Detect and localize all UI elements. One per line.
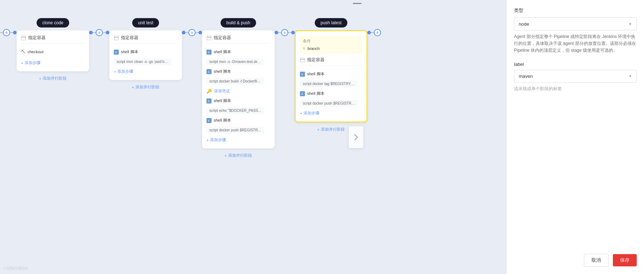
step-script-2: script mvn clean -o -gs 'pwd'/con... <box>114 58 172 65</box>
conn-line-4 <box>196 32 198 33</box>
conn-dot-2b <box>198 31 202 34</box>
shell-icon-4b: $ <box>300 91 305 96</box>
step-credential[interactable]: 🔑 添加凭证 <box>206 86 270 96</box>
checkout-icon: ⛏ <box>21 49 25 54</box>
conn-line-2 <box>103 32 106 33</box>
shell-label-3c: shell 脚本 <box>214 98 231 104</box>
stage-card-4[interactable]: 条件 ⑂ branch 指定容器 $ shell 脚本 <box>295 30 367 122</box>
stage-card-1[interactable]: 指定容器 ⛏ checkout + 添加步骤 <box>17 30 89 71</box>
label-value: maven <box>519 73 533 79</box>
add-stage-btn-3[interactable]: + <box>281 29 288 36</box>
key-icon: 🔑 <box>206 89 212 94</box>
shell-icon-3d: $ <box>206 118 212 123</box>
svg-text:$: $ <box>208 100 209 102</box>
shell-icon-3c: $ <box>206 98 212 104</box>
add-step-btn-3[interactable]: + 添加步骤 <box>206 136 270 144</box>
step-checkout[interactable]: ⛏ checkout <box>21 47 85 56</box>
container-label-3: 指定容器 <box>214 35 231 41</box>
step-shell-3b[interactable]: $ shell 脚本 <box>206 67 270 76</box>
branch-icon: ⑂ <box>303 46 305 51</box>
step-shell-4b[interactable]: $ shell 脚本 <box>300 89 362 98</box>
svg-text:$: $ <box>115 51 117 54</box>
svg-text:$: $ <box>208 119 209 122</box>
label-title: label <box>514 62 637 67</box>
watermark: CSDNITHESIS <box>4 266 28 270</box>
step-script-3a: script mvn -o -Dmaven.test.skip=t... <box>206 58 264 65</box>
container-icon-2 <box>114 35 119 41</box>
connector-line <box>0 32 3 33</box>
svg-text:$: $ <box>301 93 303 95</box>
container-header-4: 指定容器 <box>300 57 362 66</box>
shell-label-3a: shell 脚本 <box>214 49 231 55</box>
conn-dot-3a <box>275 31 278 34</box>
add-step-btn-1[interactable]: + 添加步骤 <box>21 59 85 67</box>
right-panel: 类型 node ▼ Agent 部分指定整个 Pipeline 或特定阶段将在 … <box>506 0 644 274</box>
label-hint: 流水线或单个阶段的标签 <box>514 86 637 92</box>
step-shell-3c[interactable]: $ shell 脚本 <box>206 96 270 106</box>
shell-label-4b: shell 脚本 <box>307 91 325 96</box>
conn-dot-1a <box>89 31 93 34</box>
stage-card-2[interactable]: 指定容器 $ shell 脚本 script mvn clean -o -gs … <box>109 30 182 80</box>
type-dropdown-arrow: ▼ <box>628 22 632 26</box>
stage-label-3[interactable]: build & push <box>221 18 256 28</box>
conn-line-7 <box>371 32 374 33</box>
add-stage-btn-1[interactable]: + <box>96 29 103 36</box>
add-parallel-btn-4[interactable]: + 添加并行阶段 <box>317 125 345 134</box>
step-script-3c: script echo "$DOCKER_PASS... <box>206 107 264 114</box>
add-stage-btn-4[interactable]: + <box>374 29 381 36</box>
conn-line <box>93 32 96 33</box>
type-section: 类型 node ▼ Agent 部分指定整个 Pipeline 或特定阶段将在 … <box>514 7 637 54</box>
add-stage-btn-2[interactable]: + <box>188 29 196 36</box>
label-dropdown-arrow: ▼ <box>628 74 632 78</box>
svg-text:$: $ <box>208 71 209 73</box>
type-select[interactable]: node ▼ <box>514 17 637 30</box>
container-label-4: 指定容器 <box>307 57 325 63</box>
step-shell-3a[interactable]: $ shell 脚本 <box>206 47 270 57</box>
bottom-actions: 取消 保存 <box>584 254 637 267</box>
conn-dot-4a <box>367 31 371 34</box>
step-script-4a: script docker tag $REGISTRY/$D... <box>300 80 358 87</box>
label-select[interactable]: maven ▼ <box>514 70 637 83</box>
step-shell-3d[interactable]: $ shell 脚本 <box>206 115 270 125</box>
conn-line-3 <box>185 32 188 33</box>
step-script-3d: script docker push $REGISTR... <box>206 127 264 134</box>
shell-label-3d: shell 脚本 <box>214 118 231 123</box>
type-description: Agent 部分指定整个 Pipeline 或特定阶段将在 Jenkins 环境… <box>514 33 637 54</box>
step-shell-4a[interactable]: $ shell 脚本 <box>300 69 362 79</box>
branch-label: branch <box>308 46 320 51</box>
add-parallel-btn-2[interactable]: + 添加并行阶段 <box>132 83 159 91</box>
shell-icon-2: $ <box>114 50 119 55</box>
stage-label-4[interactable]: push latest <box>315 18 347 28</box>
shell-label-2: shell 脚本 <box>121 49 138 55</box>
stage-label-2[interactable]: unit test <box>132 18 159 28</box>
add-step-btn-2[interactable]: + 添加步骤 <box>114 67 177 76</box>
connector-line <box>10 32 13 33</box>
add-stage-btn-0[interactable]: + <box>3 29 10 36</box>
stage-unit-test: unit test 指定容器 $ shell 脚本 script mvn cle… <box>109 18 182 91</box>
condition-item-branch[interactable]: ⑂ branch <box>303 46 359 51</box>
conn-dot-2a <box>182 31 185 34</box>
container-icon-4 <box>300 58 305 63</box>
checkout-label: checkout <box>28 50 43 54</box>
save-button[interactable]: 保存 <box>613 254 637 266</box>
shell-icon-3b: $ <box>206 69 212 74</box>
container-label-2: 指定容器 <box>121 35 138 41</box>
container-header-3: 指定容器 <box>206 35 270 43</box>
svg-rect-16 <box>300 58 305 62</box>
add-step-btn-4[interactable]: + 添加步骤 <box>300 109 362 117</box>
add-parallel-btn-1[interactable]: + 添加并行阶段 <box>39 74 67 83</box>
scroll-right-btn[interactable] <box>349 126 363 148</box>
container-icon-1 <box>21 35 26 41</box>
container-header-1: 指定容器 <box>21 35 85 43</box>
svg-text:$: $ <box>208 51 209 54</box>
stage-clone-code: clone code 指定容器 ⛏ checkout + 添加步骤 <box>17 18 89 83</box>
stage-card-3[interactable]: 指定容器 $ shell 脚本 script mvn -o -Dmaven.te… <box>202 30 275 148</box>
connector-dot-right-0 <box>13 31 17 34</box>
svg-rect-0 <box>21 36 26 40</box>
cancel-button[interactable]: 取消 <box>584 254 609 267</box>
step-shell-2[interactable]: $ shell 脚本 <box>114 47 177 57</box>
conn-line-6 <box>288 32 291 33</box>
stage-label-1[interactable]: clone code <box>37 18 69 28</box>
conn-dot-1b <box>106 31 109 34</box>
add-parallel-btn-3[interactable]: + 添加并行阶段 <box>225 151 252 160</box>
